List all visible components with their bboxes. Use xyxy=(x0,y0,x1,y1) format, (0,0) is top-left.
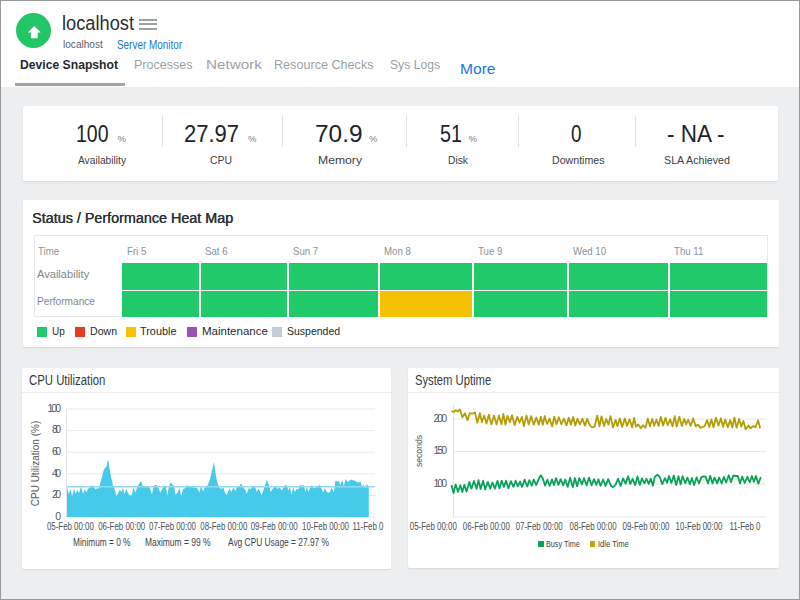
svg-text:06-Feb 00:00: 06-Feb 00:00 xyxy=(463,520,510,532)
svg-text:07-Feb 00:00: 07-Feb 00:00 xyxy=(516,520,563,532)
svg-text:80: 80 xyxy=(52,423,61,435)
svg-text:05-Feb 00:00: 05-Feb 00:00 xyxy=(410,520,457,532)
svg-text:09-Feb 00:00: 09-Feb 00:00 xyxy=(251,520,298,532)
svg-text:200: 200 xyxy=(434,412,448,424)
svg-text:06-Feb 00:00: 06-Feb 00:00 xyxy=(98,520,145,532)
svg-text:08-Feb 00:00: 08-Feb 00:00 xyxy=(200,520,247,532)
svg-text:09-Feb 00:00: 09-Feb 00:00 xyxy=(623,520,670,532)
svg-text:60: 60 xyxy=(52,445,61,457)
svg-text:07-Feb 00:00: 07-Feb 00:00 xyxy=(149,520,196,532)
svg-text:20: 20 xyxy=(52,488,61,500)
svg-text:CPU Utilization (%): CPU Utilization (%) xyxy=(30,421,41,506)
svg-text:10-Feb 00:00: 10-Feb 00:00 xyxy=(302,520,349,532)
svg-text:40: 40 xyxy=(52,467,61,479)
svg-text:08-Feb 00:00: 08-Feb 00:00 xyxy=(570,520,617,532)
svg-text:100: 100 xyxy=(434,477,448,489)
svg-text:100: 100 xyxy=(48,402,62,414)
svg-text:11-Feb 0: 11-Feb 0 xyxy=(729,520,760,532)
svg-text:05-Feb 00:00: 05-Feb 00:00 xyxy=(47,520,94,532)
svg-text:150: 150 xyxy=(434,444,448,456)
svg-text:11-Feb 0: 11-Feb 0 xyxy=(352,520,383,532)
svg-text:10-Feb 00:00: 10-Feb 00:00 xyxy=(676,520,723,532)
svg-text:seconds: seconds xyxy=(413,435,424,467)
